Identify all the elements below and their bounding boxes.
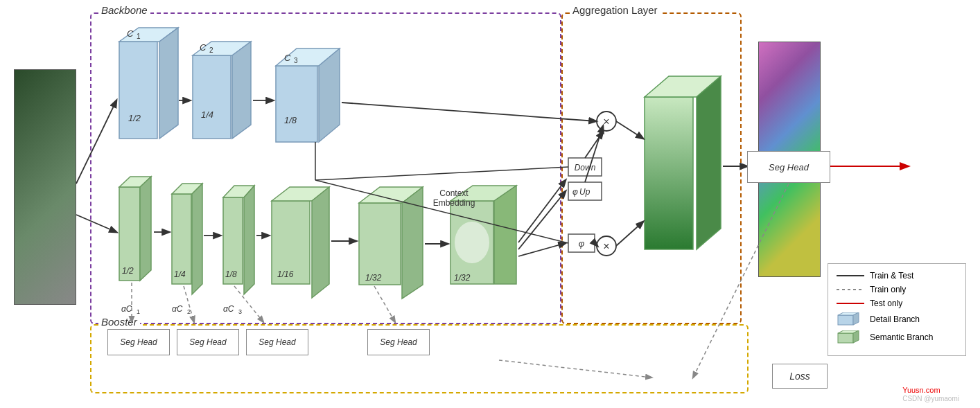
legend-box: Train & Test Train only Test only Detail… [828, 263, 966, 356]
legend-test-only-line [837, 303, 864, 304]
legend-test-only: Test only [837, 299, 957, 308]
legend-train-test-line [837, 275, 864, 276]
watermark: Yuusn.com CSDN @yumaomi [902, 386, 959, 402]
input-image [14, 69, 76, 305]
aggregation-label: Aggregation Layer [570, 4, 660, 16]
legend-train-only: Train only [837, 285, 957, 294]
loss-box: Loss [772, 364, 828, 389]
booster-label: Booster [98, 316, 140, 328]
detail-branch-icon [837, 312, 864, 326]
svg-rect-94 [838, 315, 853, 325]
seg-head-booster-4: Seg Head [367, 329, 430, 355]
seg-head-booster-2: Seg Head [177, 329, 239, 355]
semantic-branch-icon [837, 330, 864, 344]
seg-head-booster-1: Seg Head [107, 329, 170, 355]
legend-semantic-branch: Semantic Branch [837, 330, 957, 344]
seg-head-main: Seg Head [747, 151, 830, 183]
main-canvas: Backbone Aggregation Layer Booster 1/2 C… [0, 0, 980, 408]
legend-detail-branch: Detail Branch [837, 312, 957, 326]
seg-head-booster-3: Seg Head [246, 329, 308, 355]
aggregation-box: Aggregation Layer [561, 12, 742, 324]
backbone-box: Backbone [90, 12, 561, 324]
backbone-label: Backbone [98, 4, 150, 16]
svg-rect-97 [838, 333, 853, 343]
legend-train-only-line [837, 289, 864, 290]
legend-train-test: Train & Test [837, 271, 957, 281]
